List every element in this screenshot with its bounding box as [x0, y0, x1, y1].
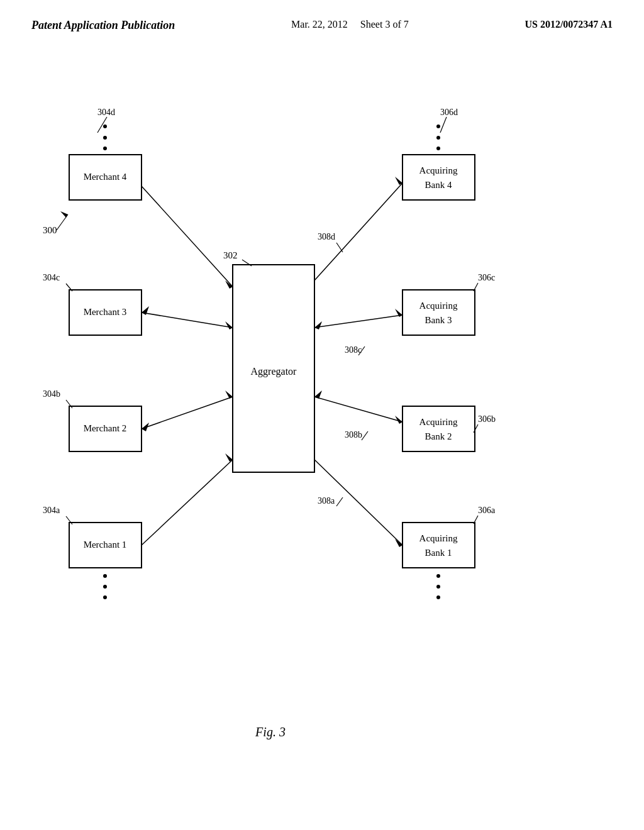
svg-line-76 [336, 243, 343, 252]
diagram-area: Aggregator Merchant 4 Merchant 3 Merchan… [0, 45, 644, 787]
svg-rect-13 [402, 290, 475, 335]
svg-line-22 [142, 186, 233, 287]
svg-text:306b: 306b [478, 414, 496, 424]
svg-text:308c: 308c [345, 345, 362, 355]
svg-point-50 [103, 136, 107, 140]
svg-text:304a: 304a [43, 506, 60, 515]
svg-line-67 [474, 283, 478, 291]
svg-line-34 [314, 315, 402, 328]
svg-text:304b: 304b [43, 389, 60, 399]
svg-text:306a: 306a [478, 506, 496, 515]
svg-text:308d: 308d [318, 232, 335, 241]
svg-point-73 [436, 585, 440, 589]
svg-rect-19 [402, 523, 475, 568]
svg-text:Aggregator: Aggregator [251, 366, 297, 377]
svg-point-65 [436, 147, 440, 150]
svg-point-60 [103, 595, 107, 599]
svg-rect-10 [402, 155, 475, 200]
svg-line-71 [474, 516, 478, 524]
svg-text:308b: 308b [345, 430, 362, 440]
publication-title: Patent Application Publication [31, 19, 175, 32]
svg-text:Merchant 2: Merchant 2 [84, 423, 127, 433]
svg-text:302: 302 [223, 250, 238, 260]
svg-text:304c: 304c [43, 273, 60, 282]
svg-text:308a: 308a [318, 496, 335, 506]
sheet-text: Sheet 3 of 7 [360, 19, 409, 30]
svg-text:306c: 306c [478, 273, 495, 282]
svg-line-62 [440, 117, 447, 133]
svg-marker-35 [314, 321, 322, 329]
svg-point-64 [436, 136, 440, 140]
svg-point-72 [436, 574, 440, 578]
patent-diagram: Aggregator Merchant 4 Merchant 3 Merchan… [0, 45, 644, 787]
svg-line-30 [142, 460, 233, 545]
svg-marker-33 [395, 177, 402, 185]
svg-marker-31 [225, 453, 233, 462]
svg-rect-16 [402, 406, 475, 451]
svg-point-49 [103, 124, 107, 128]
svg-text:Acquiring: Acquiring [419, 533, 458, 543]
svg-text:Bank 2: Bank 2 [425, 431, 452, 441]
page-header: Patent Application Publication Mar. 22, … [0, 0, 644, 38]
date-text: Mar. 22, 2012 [291, 19, 348, 30]
svg-text:Fig. 3: Fig. 3 [255, 725, 286, 739]
svg-text:Acquiring: Acquiring [419, 165, 458, 175]
svg-line-37 [314, 397, 402, 422]
svg-text:Bank 1: Bank 1 [425, 548, 452, 558]
svg-line-80 [362, 431, 368, 440]
svg-point-51 [103, 147, 107, 150]
svg-point-63 [436, 124, 440, 128]
svg-point-59 [103, 585, 107, 589]
svg-text:Merchant 4: Merchant 4 [84, 172, 127, 182]
svg-text:Merchant 3: Merchant 3 [84, 307, 127, 317]
svg-text:306d: 306d [440, 108, 458, 117]
svg-marker-26 [225, 321, 233, 329]
svg-line-82 [336, 497, 343, 506]
svg-marker-23 [225, 280, 233, 289]
svg-text:300: 300 [43, 225, 57, 235]
patent-number: US 2012/0072347 A1 [525, 19, 613, 30]
svg-marker-41 [395, 539, 402, 547]
svg-point-74 [436, 595, 440, 599]
svg-text:Acquiring: Acquiring [419, 301, 458, 311]
svg-line-24 [142, 313, 233, 328]
svg-text:Bank 4: Bank 4 [425, 180, 452, 190]
svg-line-27 [142, 397, 233, 429]
svg-marker-29 [225, 390, 233, 399]
svg-text:304d: 304d [97, 108, 115, 117]
svg-point-58 [103, 574, 107, 578]
svg-text:Bank 3: Bank 3 [425, 315, 452, 325]
sheet-info: Mar. 22, 2012 Sheet 3 of 7 [291, 19, 409, 30]
svg-text:Merchant 1: Merchant 1 [84, 540, 127, 550]
svg-text:Acquiring: Acquiring [419, 417, 458, 427]
